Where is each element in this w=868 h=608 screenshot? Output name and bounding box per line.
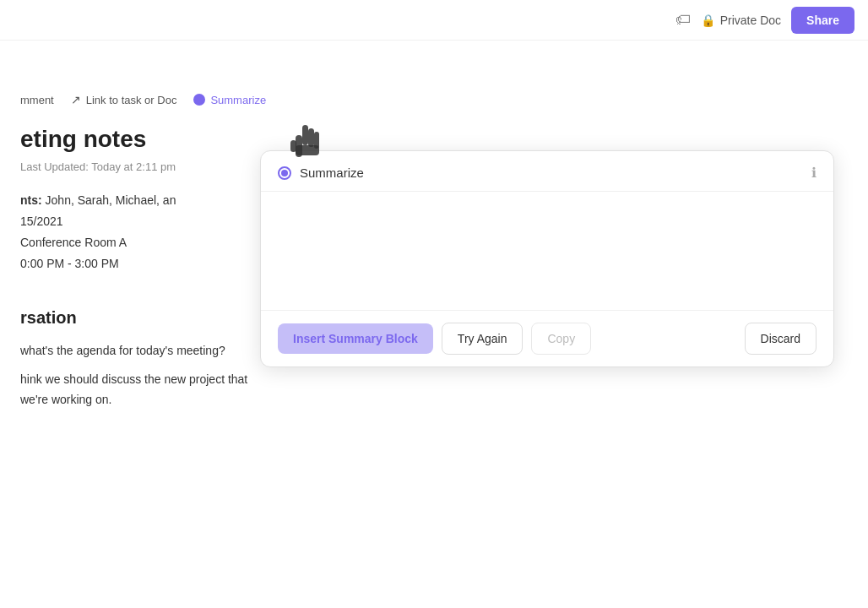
private-doc-button[interactable]: 🔒 Private Doc bbox=[701, 14, 781, 27]
attendees-value: John, Sarah, Michael, an bbox=[46, 193, 176, 207]
meta-list: nts: John, Sarah, Michael, an 15/2021 Co… bbox=[20, 190, 267, 275]
comment-label: mment bbox=[20, 94, 54, 106]
summarize-label: Summarize bbox=[210, 94, 266, 106]
location-value: Conference Room A bbox=[20, 236, 127, 249]
share-button[interactable]: Share bbox=[791, 7, 854, 34]
lock-icon: 🔒 bbox=[701, 14, 715, 27]
summarize-dot-icon bbox=[193, 94, 205, 106]
main-content: eting notes Last Updated: Today at 2:11 … bbox=[0, 125, 287, 419]
link-icon: ↗ bbox=[71, 93, 81, 106]
panel-dot-icon bbox=[278, 166, 291, 180]
toolbar: mment ↗ Link to task or Doc Summarize bbox=[0, 84, 868, 115]
panel-body bbox=[261, 192, 833, 310]
svg-rect-1 bbox=[302, 125, 308, 145]
header: 🏷 🔒 Private Doc Share bbox=[0, 0, 868, 41]
panel-title: Summarize bbox=[300, 166, 364, 180]
summarize-toolbar-item[interactable]: Summarize bbox=[193, 94, 266, 106]
discard-button[interactable]: Discard bbox=[745, 323, 816, 355]
time-value: 0:00 PM - 3:00 PM bbox=[20, 257, 119, 270]
info-icon[interactable]: ℹ bbox=[811, 165, 816, 181]
summarize-panel: Summarize ℹ Insert Summary Block Try Aga… bbox=[260, 150, 834, 367]
last-updated: Last Updated: Today at 2:11 pm bbox=[20, 160, 267, 173]
panel-header-left: Summarize bbox=[278, 166, 364, 180]
tag-icon[interactable]: 🏷 bbox=[675, 11, 691, 29]
privacy-label: Private Doc bbox=[720, 14, 781, 27]
time-item: 0:00 PM - 3:00 PM bbox=[20, 253, 267, 274]
location-item: Conference Room A bbox=[20, 232, 267, 253]
insert-summary-button[interactable]: Insert Summary Block bbox=[278, 323, 433, 354]
svg-rect-2 bbox=[308, 128, 314, 147]
date-item: 15/2021 bbox=[20, 211, 267, 232]
svg-rect-3 bbox=[314, 132, 319, 149]
page-title: eting notes bbox=[20, 125, 267, 154]
conversation-line-2: hink we should discuss the new project t… bbox=[20, 370, 267, 410]
link-toolbar-item[interactable]: ↗ Link to task or Doc bbox=[71, 93, 177, 106]
attendees-item: nts: John, Sarah, Michael, an bbox=[20, 190, 267, 211]
panel-header: Summarize ℹ bbox=[261, 151, 833, 192]
comment-toolbar-item[interactable]: mment bbox=[20, 94, 54, 106]
conversation-line-1: what's the agenda for today's meeting? bbox=[20, 341, 267, 361]
date-value: 15/2021 bbox=[20, 214, 63, 228]
copy-button: Copy bbox=[531, 323, 591, 355]
section-heading: rsation bbox=[20, 308, 267, 328]
panel-footer: Insert Summary Block Try Again Copy Disc… bbox=[261, 310, 833, 366]
attendees-label: nts: bbox=[20, 193, 42, 207]
link-label: Link to task or Doc bbox=[86, 94, 177, 106]
try-again-button[interactable]: Try Again bbox=[442, 323, 524, 355]
